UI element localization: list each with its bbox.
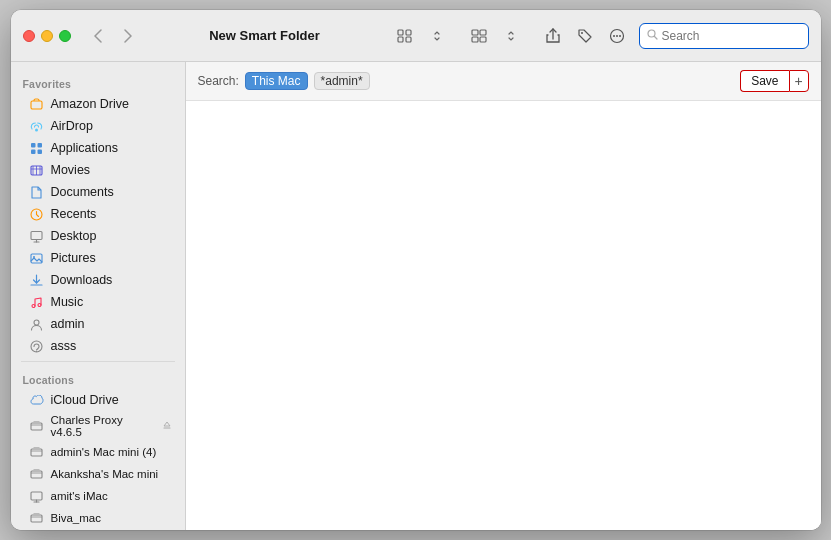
- svg-point-10: [616, 35, 618, 37]
- main-area: Favorites Amazon Drive: [11, 62, 821, 530]
- tag-button[interactable]: [571, 23, 599, 49]
- biva-icon: [29, 510, 45, 526]
- svg-rect-19: [38, 149, 43, 154]
- sidebar-item-movies[interactable]: Movies: [15, 159, 181, 181]
- svg-rect-33: [31, 492, 42, 500]
- sidebar-item-label: Documents: [51, 185, 114, 199]
- sidebar-item-label: iCloud Drive: [51, 393, 119, 407]
- forward-button[interactable]: [117, 25, 139, 47]
- search-input[interactable]: [662, 29, 801, 43]
- save-button[interactable]: Save: [740, 70, 788, 92]
- eject-icon[interactable]: [163, 421, 171, 432]
- svg-rect-0: [398, 30, 403, 35]
- search-chip-this-mac[interactable]: This Mac: [245, 72, 308, 90]
- search-filter-row: Search: This Mac *admin* Save +: [186, 62, 821, 101]
- search-chip-admin[interactable]: *admin*: [314, 72, 370, 90]
- view-grid-button[interactable]: [391, 23, 419, 49]
- search-icon: [647, 29, 658, 43]
- back-button[interactable]: [87, 25, 109, 47]
- amit-icon: [29, 488, 45, 504]
- admin-icon: [29, 316, 45, 332]
- sidebar-item-applications[interactable]: Applications: [15, 137, 181, 159]
- svg-rect-17: [38, 143, 43, 148]
- sidebar-item-pictures[interactable]: Pictures: [15, 247, 181, 269]
- svg-rect-14: [31, 101, 42, 109]
- sidebar-item-label: Biva_mac: [51, 512, 102, 524]
- action-button[interactable]: [603, 23, 631, 49]
- svg-point-26: [38, 303, 41, 306]
- sidebar-item-asss[interactable]: asss: [15, 335, 181, 357]
- sidebar: Favorites Amazon Drive: [11, 62, 186, 530]
- toolbar-icons: [391, 23, 631, 49]
- finder-window: New Smart Folder: [11, 10, 821, 530]
- sidebar-item-charles[interactable]: Charles Proxy v4.6.5: [15, 411, 181, 441]
- music-icon: [29, 294, 45, 310]
- search-row-label: Search:: [198, 74, 239, 88]
- share-button[interactable]: [539, 23, 567, 49]
- sidebar-item-music[interactable]: Music: [15, 291, 181, 313]
- close-button[interactable]: [23, 30, 35, 42]
- svg-rect-34: [31, 515, 42, 522]
- svg-point-15: [35, 128, 38, 131]
- sidebar-item-label: admin: [51, 317, 85, 331]
- sidebar-item-label: Movies: [51, 163, 91, 177]
- svg-rect-16: [31, 143, 36, 148]
- svg-point-12: [619, 35, 621, 37]
- icloud-icon: [29, 392, 45, 408]
- pictures-icon: [29, 250, 45, 266]
- sidebar-item-downloads[interactable]: Downloads: [15, 269, 181, 291]
- sidebar-item-admin-mac[interactable]: admin's Mac mini (4): [15, 441, 181, 463]
- view-chevron-button[interactable]: [423, 23, 451, 49]
- traffic-lights: [23, 30, 71, 42]
- svg-rect-30: [31, 423, 42, 430]
- minimize-button[interactable]: [41, 30, 53, 42]
- add-criteria-button[interactable]: +: [789, 70, 809, 92]
- amazon-drive-icon: [29, 96, 45, 112]
- sidebar-item-biva[interactable]: Biva_mac: [15, 507, 181, 529]
- sidebar-item-akanksha[interactable]: Akanksha's Mac mini: [15, 463, 181, 485]
- svg-point-27: [34, 320, 39, 325]
- svg-point-25: [32, 304, 35, 307]
- admin-mac-icon: [29, 444, 45, 460]
- svg-rect-7: [480, 37, 486, 42]
- svg-rect-23: [31, 254, 42, 263]
- view-list-chevron-button[interactable]: [497, 23, 525, 49]
- sidebar-item-label: AirDrop: [51, 119, 93, 133]
- sidebar-item-label: admin's Mac mini (4): [51, 446, 157, 458]
- svg-rect-22: [31, 231, 42, 239]
- content-area: Search: This Mac *admin* Save +: [186, 62, 821, 530]
- sidebar-item-documents[interactable]: Documents: [15, 181, 181, 203]
- sidebar-item-sudhir[interactable]: sudhir's Mac mini: [15, 529, 181, 530]
- svg-rect-1: [406, 30, 411, 35]
- sidebar-item-icloud[interactable]: iCloud Drive: [15, 389, 181, 411]
- sidebar-item-admin[interactable]: admin: [15, 313, 181, 335]
- search-bar[interactable]: [639, 23, 809, 49]
- content-body: [186, 101, 821, 530]
- sidebar-item-label: Downloads: [51, 273, 113, 287]
- sidebar-item-label: Pictures: [51, 251, 96, 265]
- locations-label: Locations: [11, 366, 185, 389]
- documents-icon: [29, 184, 45, 200]
- sidebar-item-recents[interactable]: Recents: [15, 203, 181, 225]
- svg-rect-4: [472, 30, 478, 35]
- sidebar-divider: [21, 361, 175, 362]
- sidebar-item-label: Desktop: [51, 229, 97, 243]
- view-list-button[interactable]: [465, 23, 493, 49]
- sidebar-item-airdrop[interactable]: AirDrop: [15, 115, 181, 137]
- save-area: Save +: [740, 70, 808, 92]
- sidebar-item-desktop[interactable]: Desktop: [15, 225, 181, 247]
- sidebar-item-amit[interactable]: amit's iMac: [15, 485, 181, 507]
- sidebar-item-label: Akanksha's Mac mini: [51, 468, 159, 480]
- downloads-icon: [29, 272, 45, 288]
- svg-rect-31: [31, 449, 42, 456]
- maximize-button[interactable]: [59, 30, 71, 42]
- svg-rect-18: [31, 149, 36, 154]
- sidebar-item-label: Recents: [51, 207, 97, 221]
- akanksha-icon: [29, 466, 45, 482]
- sidebar-item-label: Music: [51, 295, 84, 309]
- svg-point-29: [36, 350, 37, 351]
- charles-icon: [29, 418, 45, 434]
- movies-icon: [29, 162, 45, 178]
- sidebar-item-label: Amazon Drive: [51, 97, 130, 111]
- sidebar-item-amazon-drive[interactable]: Amazon Drive: [15, 93, 181, 115]
